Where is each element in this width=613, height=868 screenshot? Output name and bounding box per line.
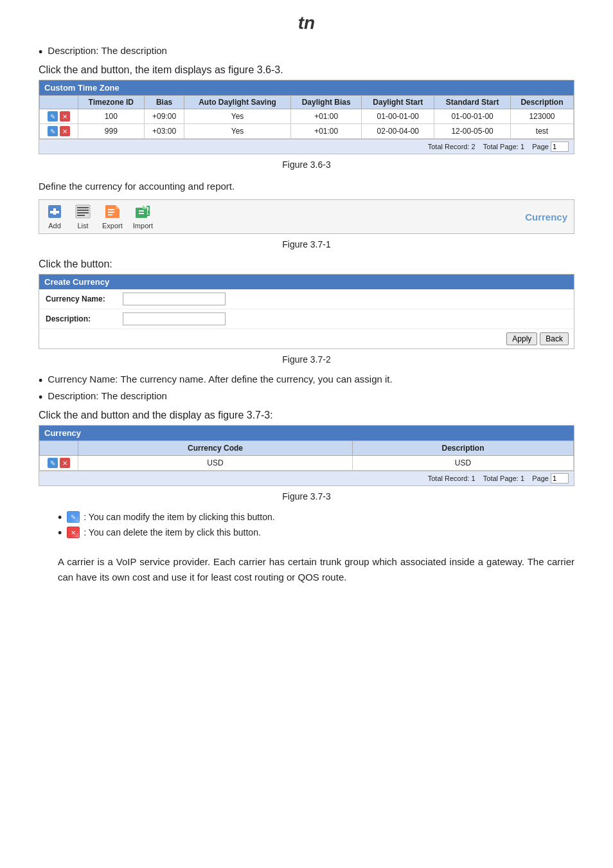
curr-total-record-label: Total Record: [428, 475, 470, 482]
fig-3-7-3-caption: Figure 3.7-3 [39, 491, 574, 502]
toolbar-import-btn[interactable]: Import [133, 204, 153, 230]
tz-row2-auto: Yes [184, 124, 291, 139]
svg-rect-6 [77, 212, 89, 213]
form-btn-row: Apply Back [39, 329, 574, 348]
tz-row2-desc: test [510, 124, 573, 139]
timezone-table-wrap: Custom Time Zone Timezone ID Bias Auto D… [39, 80, 574, 154]
carrier-para-text: A carrier is a VoIP service provider. Ea… [58, 556, 574, 583]
svg-marker-9 [116, 205, 120, 209]
import-icon [134, 204, 152, 221]
currency-page-input[interactable] [551, 473, 569, 484]
click-line-2: Click the button: [39, 258, 574, 270]
total-page-val: 1 [520, 143, 524, 150]
list-svg [74, 204, 92, 221]
click-line-2-text: Click the button: [39, 258, 112, 269]
col-currency-code: Currency Code [78, 441, 353, 456]
tz-row2-sstart: 12-00-05-00 [434, 124, 511, 139]
delete-icon[interactable]: ✕ [60, 111, 70, 122]
currency-name-label: Currency Name: [46, 294, 123, 303]
export-svg [103, 204, 121, 221]
import-label: Import [133, 222, 153, 230]
description-bullet-1-text: Description: The description [48, 45, 167, 56]
col-standard-start: Standard Start [434, 96, 511, 109]
tz-row1-dbias: +01:00 [290, 109, 361, 124]
curr-page-label: Page [532, 475, 549, 482]
edit-icon-2[interactable]: ✎ [48, 126, 58, 136]
timezone-table-footer: Total Record: 2 Total Page: 1 Page [39, 139, 574, 154]
delete-icon-2[interactable]: ✕ [60, 126, 70, 136]
tz-row2-bias: +03:00 [145, 124, 184, 139]
back-button[interactable]: Back [540, 332, 569, 345]
apply-button[interactable]: Apply [506, 332, 537, 345]
currency-name-bullet: • Currency Name: The currency name. Afte… [39, 374, 574, 386]
define-currency-text: Define the currency for accounting and r… [39, 181, 235, 192]
add-svg [46, 204, 64, 221]
tz-row1-icons: ✎ ✕ [40, 109, 78, 124]
description-label: Description: [46, 314, 123, 323]
svg-rect-2 [50, 211, 59, 213]
tz-row2-icons: ✎ ✕ [40, 124, 78, 139]
toolbar-export-btn[interactable]: Export [102, 204, 123, 230]
curr-total-page-val: 1 [520, 475, 524, 482]
click-line-1: Click the and button, the item displays … [39, 64, 574, 76]
col-daylight-start: Daylight Start [362, 96, 434, 109]
delete-icon-sample: ✕ [67, 527, 80, 538]
tz-row1-id: 100 [78, 109, 145, 124]
table-row: ✎ ✕ 100 +09:00 Yes +01:00 01-00-01-00 01… [40, 109, 574, 124]
description-bullet-2: • Description: The description [39, 390, 574, 403]
col-daylight-bias: Daylight Bias [290, 96, 361, 109]
currency-name-bullet-text: Currency Name: The currency name. After … [48, 374, 392, 384]
edit-icon-description: : You can modify the item by clicking th… [84, 512, 274, 522]
edit-icon[interactable]: ✎ [48, 111, 58, 122]
col-empty [40, 96, 78, 109]
add-label: Add [48, 222, 61, 230]
col-curr-description: Description [352, 441, 573, 456]
description-bullet-2-text: Description: The description [48, 390, 167, 401]
col-actions [40, 441, 78, 456]
currency-table-header: Currency [39, 426, 574, 440]
svg-rect-10 [116, 209, 120, 218]
click-line-3: Click the and button and the display as … [39, 410, 574, 421]
list-label: List [77, 222, 88, 230]
tz-row2-id: 999 [78, 124, 145, 139]
curr-total-page-label: Total Page: [483, 475, 519, 482]
description-input[interactable] [123, 312, 226, 325]
icon-bullet-edit: • ✎ : You can modify the item by clickin… [58, 511, 574, 539]
svg-rect-11 [108, 209, 114, 210]
tz-row1-dstart: 01-00-01-00 [362, 109, 434, 124]
col-bias: Bias [145, 96, 184, 109]
page-label: Page [532, 143, 549, 150]
page-input[interactable] [551, 141, 569, 152]
col-auto-daylight: Auto Daylight Saving [184, 96, 291, 109]
currency-col-headers: Currency Code Description [40, 441, 574, 456]
list-icon [74, 204, 92, 221]
toolbar-list-btn[interactable]: List [74, 204, 92, 230]
svg-rect-17 [139, 213, 144, 214]
svg-rect-4 [77, 207, 89, 208]
fig-3-7-1-caption: Figure 3.7-1 [39, 239, 574, 249]
logo-area: tn [39, 13, 574, 33]
bullet-dot-1: • [39, 46, 42, 58]
svg-rect-16 [139, 210, 144, 212]
currency-delete-icon[interactable]: ✕ [60, 458, 70, 468]
tz-row1-sstart: 01-00-01-00 [434, 109, 511, 124]
currency-code-val: USD [78, 456, 353, 471]
bullet-dot-2: • [39, 375, 42, 386]
currency-row-icons: ✎ ✕ [40, 456, 78, 471]
currency-edit-icon[interactable]: ✎ [48, 458, 58, 468]
currency-name-input[interactable] [123, 293, 226, 305]
delete-icon-description: : You can delete the item by click this … [84, 527, 261, 538]
total-record-val: 2 [472, 143, 475, 150]
import-svg [134, 204, 152, 221]
total-record-label: Total Record: [428, 143, 470, 150]
currency-table-footer: Total Record: 1 Total Page: 1 Page [39, 471, 574, 485]
timezone-data-table: Timezone ID Bias Auto Daylight Saving Da… [39, 95, 574, 139]
click-line-3-text: Click the and button and the display as … [39, 410, 273, 420]
toolbar-add-btn[interactable]: Add [46, 204, 64, 230]
svg-rect-12 [108, 212, 114, 213]
tz-row1-desc: 123000 [510, 109, 573, 124]
timezone-col-headers: Timezone ID Bias Auto Daylight Saving Da… [40, 96, 574, 109]
logo-text: tn [298, 13, 315, 33]
export-icon [103, 204, 121, 221]
define-currency-line: Define the currency for accounting and r… [39, 179, 574, 194]
